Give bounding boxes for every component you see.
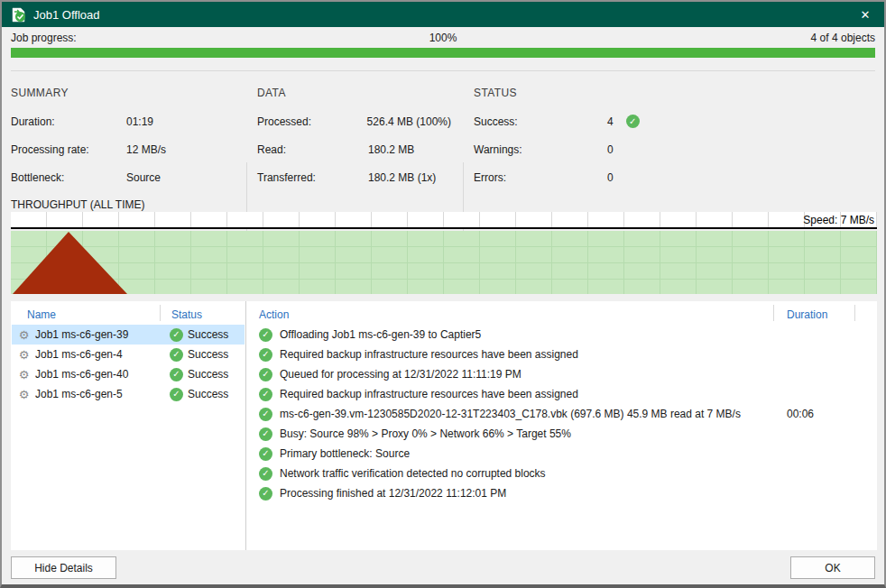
job-window-icon (11, 7, 26, 23)
stat-label: Processing rate: (11, 143, 126, 156)
table-row[interactable]: ⚙ Job1 ms-c6-gen-40 ✓Success (12, 364, 245, 384)
throughput-chart: Speed: 7 MB/s (11, 212, 877, 294)
chart-plot-area (11, 231, 877, 294)
success-badge-icon: ✓ (170, 328, 183, 342)
check-icon: ✓ (259, 427, 272, 441)
log-item[interactable]: ✓ Required backup infrastructure resourc… (259, 345, 875, 364)
log-item[interactable]: ✓ Processing finished at 12/31/2022 11:1… (259, 483, 875, 503)
check-icon: ✓ (259, 328, 272, 342)
status-warnings-row: Warnings: 0 (474, 143, 672, 155)
log-text: ms-c6-gen-39.vm-1230585D2020-12-31T22340… (280, 408, 875, 420)
log-text: Queued for processing at 12/31/2022 11:1… (280, 368, 875, 381)
success-badge-icon: ✓ (170, 388, 183, 401)
details-panels: Name Status Action Duration ⚙ Job1 ms-c6… (11, 301, 877, 552)
vm-name: Job1 ms-c6-gen-4 (35, 348, 170, 361)
log-text: Processing finished at 12/31/2022 11:12:… (280, 487, 875, 500)
progress-objects: 4 of 4 objects (811, 32, 875, 44)
column-header-status[interactable]: Status (171, 308, 202, 321)
data-transferred-row: Transferred: 180.2 MB (1x) (257, 171, 451, 183)
stat-value: 0 (607, 171, 614, 184)
stat-label: Read: (257, 143, 368, 156)
table-row[interactable]: ⚙ Job1 ms-c6-gen-5 ✓Success (12, 384, 245, 404)
column-divider (160, 305, 161, 321)
log-item[interactable]: ✓ Busy: Source 98% > Proxy 0% > Network … (259, 424, 875, 444)
ok-button[interactable]: OK (790, 556, 875, 579)
stat-value: Source (126, 171, 161, 184)
stat-label: Bottleneck: (11, 171, 126, 184)
stat-label: Transferred: (257, 171, 368, 184)
progress-bar-fill (11, 48, 875, 58)
status-text: Success (188, 328, 228, 341)
check-icon: ✓ (259, 467, 272, 481)
summary-section: SUMMARY Duration: 01:19 Processing rate:… (11, 81, 236, 183)
close-icon[interactable]: ✕ (855, 9, 875, 21)
stat-label: Duration: (11, 115, 126, 128)
check-icon: ✓ (259, 368, 272, 381)
status-section: STATUS Success: 4 ✓ Warnings: 0 Errors: … (474, 81, 672, 183)
log-text: Required backup infrastructure resources… (280, 388, 875, 400)
success-badge-icon: ✓ (170, 368, 183, 381)
log-item[interactable]: ✓ ms-c6-gen-39.vm-1230585D2020-12-31T223… (259, 404, 875, 424)
job-dialog-window: Job1 Offload ✕ Job progress: 100% 4 of 4… (0, 0, 886, 588)
success-badge-icon: ✓ (626, 115, 640, 128)
status-errors-row: Errors: 0 (474, 171, 672, 183)
stat-value: 180.2 MB (368, 143, 414, 156)
stat-label: Errors: (474, 171, 607, 184)
stat-label: Warnings: (474, 143, 607, 156)
table-row[interactable]: ⚙ Job1 ms-c6-gen-4 ✓Success (12, 345, 245, 364)
throughput-spike (11, 231, 130, 294)
stat-label: Processed: (257, 115, 367, 128)
vm-status: ✓Success (170, 328, 245, 342)
stat-value: 180.2 MB (1x) (368, 171, 436, 184)
log-item[interactable]: ✓ Network traffic verification detected … (259, 464, 875, 483)
success-badge-icon: ✓ (170, 348, 183, 362)
status-heading: STATUS (474, 87, 672, 99)
vm-status: ✓Success (170, 348, 245, 362)
stat-value: 526.4 MB (100%) (367, 115, 451, 128)
data-heading: DATA (257, 87, 451, 99)
hide-details-button[interactable]: Hide Details (11, 556, 116, 579)
chart-speed-label: Speed: 7 MB/s (803, 214, 874, 226)
throughput-heading: THROUGHPUT (ALL TIME) (11, 198, 144, 211)
stat-value: 12 MB/s (126, 143, 166, 156)
check-icon: ✓ (259, 447, 272, 461)
check-icon: ✓ (259, 348, 272, 362)
status-text: Success (188, 348, 228, 361)
log-item[interactable]: ✓ Primary bottleneck: Source (259, 444, 875, 464)
status-text: Success (188, 368, 228, 381)
summary-bottleneck-row: Bottleneck: Source (11, 171, 236, 183)
gear-icon: ⚙ (17, 328, 31, 342)
table-row[interactable]: ⚙ Job1 ms-c6-gen-39 ✓Success (12, 325, 245, 345)
titlebar: Job1 Offload ✕ (2, 2, 884, 27)
data-section: DATA Processed: 526.4 MB (100%) Read: 18… (257, 81, 451, 183)
chart-axis-strip: Speed: 7 MB/s (11, 212, 877, 229)
log-text: Busy: Source 98% > Proxy 0% > Network 66… (280, 427, 875, 440)
column-header-name[interactable]: Name (27, 308, 56, 321)
column-header-action[interactable]: Action (259, 308, 289, 321)
separator (11, 70, 875, 71)
summary-rate-row: Processing rate: 12 MB/s (11, 143, 236, 155)
log-text: Offloading Job1 ms-c6-gen-39 to Captier5 (280, 328, 875, 341)
log-text: Network traffic verification detected no… (280, 467, 875, 480)
check-icon: ✓ (259, 408, 272, 421)
column-divider (773, 305, 774, 321)
status-success-row: Success: 4 ✓ (474, 115, 672, 127)
panel-divider (245, 301, 246, 552)
check-icon: ✓ (259, 487, 272, 501)
gear-icon: ⚙ (17, 388, 31, 401)
log-text: Primary bottleneck: Source (280, 447, 875, 460)
vm-name: Job1 ms-c6-gen-5 (35, 388, 170, 400)
window-title: Job1 Offload (33, 8, 99, 22)
log-item[interactable]: ✓ Queued for processing at 12/31/2022 11… (259, 364, 875, 384)
log-item[interactable]: ✓ Required backup infrastructure resourc… (259, 384, 875, 404)
status-text: Success (188, 388, 228, 400)
stat-value: 4 (607, 115, 614, 128)
stats-area: SUMMARY Duration: 01:19 Processing rate:… (2, 81, 884, 189)
column-header-duration[interactable]: Duration (787, 308, 827, 321)
column-divider (854, 305, 855, 321)
vm-status: ✓Success (170, 368, 245, 381)
summary-heading: SUMMARY (11, 87, 236, 99)
log-item[interactable]: ✓ Offloading Job1 ms-c6-gen-39 to Captie… (259, 325, 875, 345)
log-duration: 00:06 (787, 408, 841, 420)
vm-status: ✓Success (170, 388, 245, 401)
